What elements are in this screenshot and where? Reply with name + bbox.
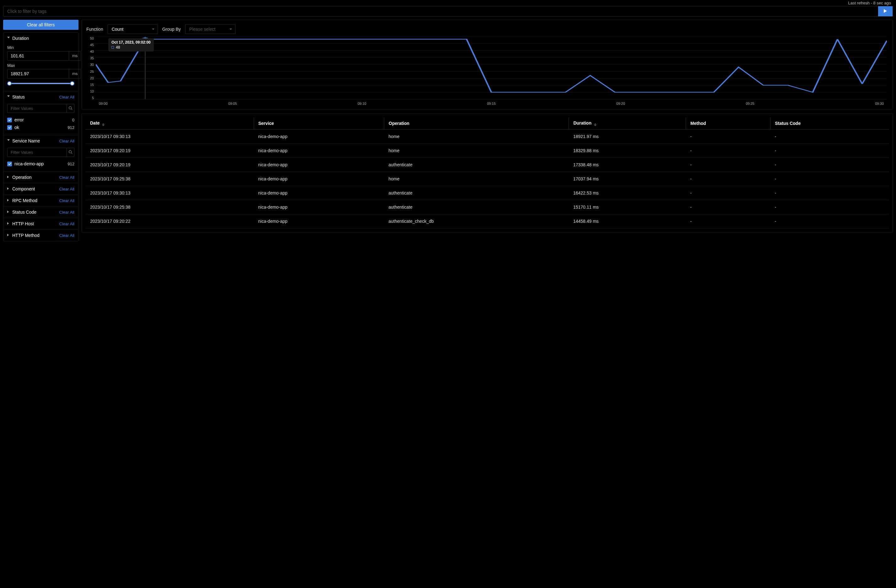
x-tick: 09:30 — [875, 102, 884, 105]
status-section-header[interactable]: Status Clear All — [3, 91, 78, 103]
status-title: Status — [12, 94, 25, 99]
sort-icon — [102, 123, 105, 126]
cell-date: 2023/10/17 09:30:13 — [86, 129, 254, 144]
cell-operation: authenticate — [384, 186, 569, 200]
service-item-label: nica-demo-app — [14, 161, 44, 166]
cell-method: - — [686, 144, 770, 158]
cell-method: - — [686, 186, 770, 200]
table-row[interactable]: 2023/10/17 09:30:13 nica-demo-app home 1… — [86, 129, 889, 144]
function-select[interactable]: Count — [108, 24, 158, 34]
section-header-http method[interactable]: HTTP Method Clear All — [3, 230, 78, 241]
table-row[interactable]: 2023/10/17 09:20:19 nica-demo-app home 1… — [86, 144, 889, 158]
service-item-count: 912 — [67, 162, 75, 166]
status-item-ok[interactable]: ok 912 — [7, 124, 75, 131]
chart-x-axis: 09:0009:0509:1009:1509:2009:2509:30 — [96, 102, 887, 105]
chevron-down-icon — [7, 139, 11, 143]
service-item-nica-demo-app[interactable]: nica-demo-app 912 — [7, 160, 75, 167]
group-by-select[interactable]: Please select — [185, 24, 235, 34]
duration-range-slider[interactable] — [7, 81, 75, 86]
cell-method: - — [686, 214, 770, 228]
clear-all-link[interactable]: Clear All — [59, 222, 75, 226]
clear-all-link[interactable]: Clear All — [59, 187, 75, 191]
chevron-right-icon — [7, 176, 11, 179]
x-tick: 09:10 — [358, 102, 366, 105]
duration-max-input[interactable] — [7, 69, 69, 79]
table-row[interactable]: 2023/10/17 09:25:38 nica-demo-app home 1… — [86, 172, 889, 186]
svg-point-16 — [142, 38, 148, 41]
col-method[interactable]: Method — [686, 117, 770, 129]
cell-status: - — [770, 172, 889, 186]
col-duration[interactable]: Duration — [569, 117, 686, 129]
service-title: Service Name — [12, 138, 40, 143]
duration-min-input[interactable] — [7, 51, 69, 61]
x-tick: 09:15 — [487, 102, 496, 105]
cell-status: - — [770, 186, 889, 200]
slider-handle-max[interactable] — [70, 81, 75, 86]
cell-method: - — [686, 129, 770, 144]
section-header-rpc method[interactable]: RPC Method Clear All — [3, 195, 78, 206]
service-filter-input[interactable] — [7, 148, 67, 157]
duration-section-header[interactable]: Duration — [3, 33, 78, 44]
chevron-right-icon — [7, 199, 11, 202]
status-search-button[interactable] — [67, 104, 75, 113]
y-tick: 40 — [90, 50, 94, 53]
cell-method: - — [686, 200, 770, 214]
y-tick: 15 — [90, 83, 94, 87]
clear-all-link[interactable]: Clear All — [59, 198, 75, 203]
y-tick: 35 — [90, 56, 94, 60]
search-icon — [69, 106, 73, 111]
x-tick: 09:00 — [99, 102, 108, 105]
cell-service: nica-demo-app — [254, 186, 384, 200]
service-section-header[interactable]: Service Name Clear All — [3, 135, 78, 146]
clear-all-link[interactable]: Clear All — [59, 233, 75, 238]
cell-status: - — [770, 200, 889, 214]
tag-filter-input[interactable] — [3, 6, 878, 16]
table-row[interactable]: 2023/10/17 09:25:38 nica-demo-app authen… — [86, 200, 889, 214]
svg-line-2 — [71, 109, 72, 109]
section-header-status code[interactable]: Status Code Clear All — [3, 207, 78, 218]
section-title: RPC Method — [12, 198, 37, 203]
col-operation[interactable]: Operation — [384, 117, 569, 129]
chevron-right-icon — [7, 187, 11, 190]
status-filter-input[interactable] — [7, 104, 67, 113]
status-item-error[interactable]: error 0 — [7, 116, 75, 124]
run-query-button[interactable] — [878, 6, 893, 16]
cell-status: - — [770, 144, 889, 158]
chart-plot[interactable]: Oct 17, 2023, 09:02:00 48 09:0009:0509:1… — [96, 36, 887, 105]
section-title: HTTP Method — [12, 233, 40, 238]
col-status-code[interactable]: Status Code — [770, 117, 889, 129]
x-tick: 09:25 — [746, 102, 754, 105]
table-row[interactable]: 2023/10/17 09:30:13 nica-demo-app authen… — [86, 186, 889, 200]
section-header-operation[interactable]: Operation Clear All — [3, 172, 78, 183]
checkbox-checked-icon — [7, 125, 12, 130]
section-header-component[interactable]: Component Clear All — [3, 183, 78, 194]
x-tick: 09:20 — [616, 102, 625, 105]
status-item-label: error — [14, 117, 24, 122]
chevron-right-icon — [7, 211, 11, 214]
service-clear-all[interactable]: Clear All — [59, 139, 75, 143]
max-label: Max — [7, 63, 75, 68]
clear-all-link[interactable]: Clear All — [59, 175, 75, 180]
clear-all-link[interactable]: Clear All — [59, 210, 75, 214]
col-service[interactable]: Service — [254, 117, 384, 129]
status-clear-all[interactable]: Clear All — [59, 95, 75, 99]
cell-service: nica-demo-app — [254, 214, 384, 228]
unit-label: ms — [69, 51, 81, 61]
play-icon — [883, 9, 887, 14]
traces-table: Date Service Operation Duration Method S… — [86, 117, 889, 228]
cell-operation: authenticate — [384, 200, 569, 214]
function-label: Function — [86, 27, 103, 32]
cell-service: nica-demo-app — [254, 144, 384, 158]
table-row[interactable]: 2023/10/17 09:20:19 nica-demo-app authen… — [86, 158, 889, 172]
service-search-button[interactable] — [67, 148, 75, 157]
table-row[interactable]: 2023/10/17 09:20:22 nica-demo-app authen… — [86, 214, 889, 228]
cell-duration: 16422.53 ms — [569, 186, 686, 200]
col-date[interactable]: Date — [86, 117, 254, 129]
cell-service: nica-demo-app — [254, 200, 384, 214]
section-header-http host[interactable]: HTTP Host Clear All — [3, 218, 78, 229]
clear-all-filters-button[interactable]: Clear all filters — [3, 20, 78, 30]
slider-handle-min[interactable] — [7, 81, 12, 86]
unit-label: ms — [69, 69, 81, 79]
section-title: HTTP Host — [12, 221, 34, 226]
status-item-count: 0 — [72, 118, 75, 122]
